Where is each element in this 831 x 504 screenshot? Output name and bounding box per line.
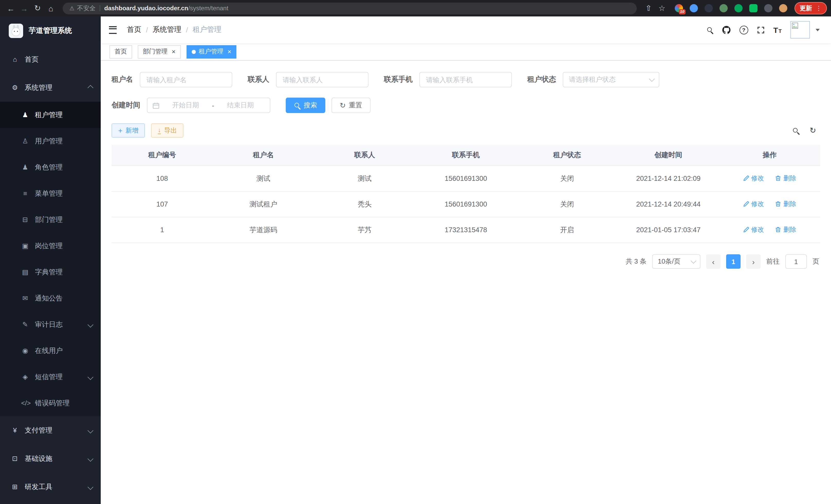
- github-icon[interactable]: [722, 25, 730, 34]
- sidebar-item-tenant-manage[interactable]: ♟ 租户管理: [0, 102, 101, 128]
- sidebar-item-system-manage[interactable]: ⚙ 系统管理: [0, 73, 101, 102]
- chevron-down-icon: [88, 484, 93, 490]
- menu-dots-icon[interactable]: ⋮: [815, 5, 822, 12]
- browser-home-icon[interactable]: ⌂: [44, 2, 58, 15]
- avatar-dropdown-caret-icon[interactable]: [815, 29, 820, 31]
- date-range-picker[interactable]: 开始日期 - 结束日期: [147, 98, 270, 113]
- sidebar-item-label: 菜单管理: [35, 189, 63, 198]
- sidebar-item-sms-manage[interactable]: ◈ 短信管理: [0, 364, 101, 390]
- forward-icon[interactable]: →: [18, 2, 31, 15]
- reset-button[interactable]: ↻ 重置: [332, 98, 370, 113]
- delete-button[interactable]: 删除: [775, 200, 796, 209]
- sidebar-item-role-manage[interactable]: ♟ 角色管理: [0, 154, 101, 180]
- sidebar-item-label: 部门管理: [35, 215, 63, 224]
- tab-tenant-manage[interactable]: 租户管理 ×: [186, 45, 236, 58]
- next-page-button[interactable]: ›: [746, 254, 761, 269]
- sidebar-item-audit-log[interactable]: ✎ 审计日志: [0, 312, 101, 337]
- end-date-input[interactable]: 结束日期: [216, 101, 265, 110]
- back-icon[interactable]: ←: [4, 2, 18, 15]
- row-actions: 修改 删除: [719, 217, 820, 243]
- close-icon[interactable]: ×: [172, 48, 175, 55]
- collapse-sidebar-icon[interactable]: [109, 26, 117, 34]
- bookmark-star-icon[interactable]: ☆: [655, 2, 668, 15]
- row-actions: 修改 删除: [719, 191, 820, 217]
- broken-image-icon: [792, 23, 798, 29]
- sidebar-item-error-code[interactable]: </> 错误码管理: [0, 390, 101, 416]
- search-icon[interactable]: [706, 26, 713, 33]
- tab-home[interactable]: 首页: [110, 45, 132, 58]
- help-icon[interactable]: ?: [739, 25, 748, 34]
- row-actions: 修改 删除: [719, 166, 820, 191]
- export-button[interactable]: ↓ 导出: [151, 123, 183, 138]
- edit-button[interactable]: 修改: [743, 226, 764, 234]
- prev-page-button[interactable]: ‹: [706, 254, 720, 269]
- calendar-icon: [153, 102, 159, 109]
- share-icon[interactable]: ⇧: [642, 2, 655, 15]
- edit-button[interactable]: 修改: [743, 174, 764, 183]
- sidebar-item-dept-manage[interactable]: ⊟ 部门管理: [0, 207, 101, 233]
- sidebar-item-online-users[interactable]: ◉ 在线用户: [0, 337, 101, 364]
- status-select[interactable]: 请选择租户状态: [563, 72, 659, 87]
- extension-icon-6[interactable]: [749, 4, 757, 12]
- phone-input[interactable]: [419, 72, 512, 87]
- app-logo[interactable]: 芋道管理系统: [0, 17, 101, 45]
- tab-dept-manage[interactable]: 部门管理 ×: [138, 45, 181, 58]
- sidebar-item-label: 字典管理: [35, 267, 63, 277]
- breadcrumb-system-manage[interactable]: 系统管理: [153, 25, 181, 34]
- sidebar-item-label: 首页: [25, 55, 38, 64]
- delete-button[interactable]: 删除: [775, 226, 796, 234]
- message-icon: ✉: [21, 294, 29, 302]
- extension-icon-4[interactable]: [719, 4, 728, 12]
- app-title: 芋道管理系统: [29, 26, 72, 35]
- sidebar-item-notice[interactable]: ✉ 通知公告: [0, 285, 101, 312]
- col-contact: 联系人: [314, 145, 415, 166]
- extension-icon-5[interactable]: [735, 4, 743, 12]
- extension-icon-7[interactable]: [764, 4, 772, 12]
- contact-input[interactable]: [276, 72, 369, 87]
- sidebar-item-infra[interactable]: ⊡ 基础设施: [0, 444, 101, 473]
- security-label[interactable]: 不安全: [77, 4, 95, 12]
- current-page-button[interactable]: 1: [726, 254, 741, 269]
- search-button[interactable]: 搜索: [286, 98, 325, 113]
- range-separator: -: [212, 101, 214, 109]
- col-created: 创建时间: [618, 145, 719, 166]
- extension-icon-8[interactable]: [779, 4, 787, 12]
- chevron-down-icon: [88, 456, 93, 462]
- breadcrumb-home[interactable]: 首页: [127, 25, 141, 34]
- delete-button[interactable]: 删除: [775, 174, 796, 183]
- close-icon[interactable]: ×: [227, 48, 231, 55]
- status-label: 租户状态: [527, 75, 556, 84]
- sidebar-item-pay-manage[interactable]: ¥ 支付管理: [0, 416, 101, 444]
- url-host: dashboard.yudao.iocoder.cn: [104, 5, 188, 12]
- extension-icon-3[interactable]: [705, 4, 713, 12]
- avatar[interactable]: [791, 21, 810, 38]
- start-date-input[interactable]: 开始日期: [161, 101, 210, 110]
- sidebar-item-post-manage[interactable]: ▣ 岗位管理: [0, 233, 101, 259]
- table-header-row: 租户编号 租户名 联系人 联系手机 租户状态 创建时间 操作: [112, 145, 820, 166]
- url-bar[interactable]: ⚠ 不安全 dashboard.yudao.iocoder.cn /system…: [63, 2, 637, 14]
- chevron-down-icon: [649, 76, 655, 82]
- edit-button[interactable]: 修改: [743, 200, 764, 209]
- font-size-icon[interactable]: TT: [773, 25, 782, 34]
- filter-row-1: 租户名 联系人 联系手机 租户状态 请选择租户状态: [112, 72, 820, 87]
- browser-update-button[interactable]: 更新 ⋮: [795, 2, 827, 14]
- sidebar-item-home[interactable]: ⌂ 首页: [0, 45, 101, 73]
- sidebar-item-user-manage[interactable]: ♙ 用户管理: [0, 128, 101, 154]
- page-size-select[interactable]: 10条/页: [652, 254, 700, 269]
- extension-icon-2[interactable]: [690, 4, 698, 12]
- contact-label: 联系人: [248, 75, 269, 84]
- extension-badge: 10: [679, 9, 686, 14]
- refresh-icon[interactable]: ↻: [810, 126, 816, 135]
- add-button[interactable]: + 新增: [112, 123, 145, 138]
- sidebar-item-menu-manage[interactable]: ≡ 菜单管理: [0, 180, 101, 207]
- tenant-name-input[interactable]: [140, 72, 232, 87]
- extension-icon-1[interactable]: 10: [675, 4, 683, 12]
- sidebar-item-dict-manage[interactable]: ▤ 字典管理: [0, 259, 101, 285]
- goto-page-input[interactable]: [785, 254, 807, 269]
- sidebar-item-dev-tools[interactable]: ⊞ 研发工具: [0, 473, 101, 501]
- fullscreen-icon[interactable]: [757, 26, 765, 34]
- search-icon[interactable]: [793, 127, 799, 134]
- reload-icon[interactable]: ↻: [31, 2, 44, 15]
- chevron-down-icon: [88, 374, 93, 380]
- table-row: 107 测试租户 秃头 15601691300 关闭 2021-12-14 20…: [112, 191, 820, 217]
